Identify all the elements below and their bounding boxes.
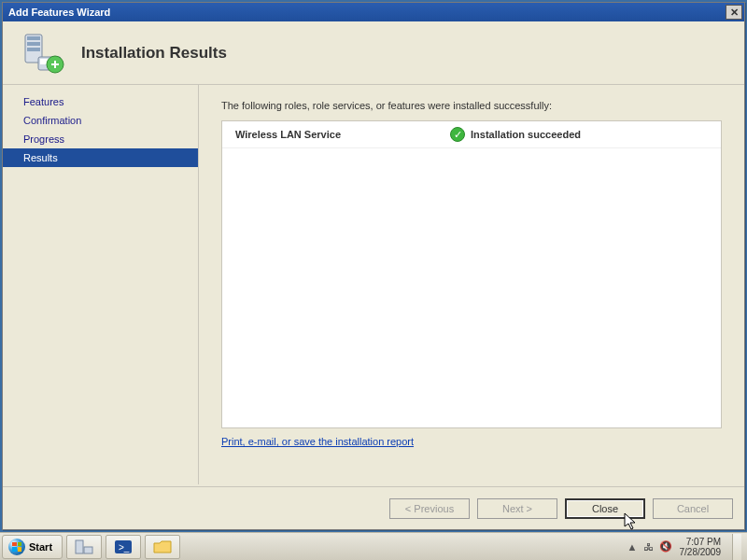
system-tray: ▲ 🖧 🔇 7:07 PM 7/28/2009: [627, 534, 747, 560]
svg-rect-10: [84, 547, 92, 553]
clock-time: 7:07 PM: [680, 537, 722, 547]
taskbar[interactable]: Start >_ ▲ 🖧 🔇 7:07 PM 7/28/2009: [0, 532, 747, 560]
content-area: The following roles, role services, or f…: [199, 85, 744, 484]
windows-logo-icon: [8, 539, 25, 555]
header: Installation Results: [3, 21, 744, 85]
result-feature-name: Wireless LAN Service: [235, 129, 450, 140]
start-button[interactable]: Start: [2, 535, 63, 559]
report-link[interactable]: Print, e-mail, or save the installation …: [221, 436, 414, 447]
taskbar-item-powershell[interactable]: >_: [106, 535, 141, 559]
tray-overflow-icon[interactable]: ▲: [627, 541, 638, 553]
next-button: Next >: [477, 498, 557, 519]
close-icon[interactable]: ✕: [726, 5, 742, 20]
wizard-server-icon: [21, 31, 66, 76]
result-status: Installation succeeded: [471, 129, 581, 140]
window-title: Add Features Wizard: [8, 7, 110, 18]
clock[interactable]: 7:07 PM 7/28/2009: [680, 537, 722, 557]
svg-rect-1: [27, 36, 40, 40]
svg-text:>_: >_: [119, 542, 130, 553]
svg-rect-8: [54, 61, 56, 68]
clock-date: 7/28/2009: [680, 547, 722, 557]
svg-rect-9: [76, 540, 83, 553]
sidebar-item-progress[interactable]: Progress: [3, 130, 198, 148]
svg-rect-3: [27, 48, 40, 51]
volume-icon[interactable]: 🔇: [659, 540, 672, 553]
success-icon: ✓: [450, 127, 465, 142]
result-row: Wireless LAN Service ✓ Installation succ…: [222, 121, 721, 148]
start-label: Start: [29, 541, 52, 553]
taskbar-item-explorer[interactable]: [145, 535, 180, 559]
taskbar-item-server-manager[interactable]: [66, 535, 102, 559]
close-button[interactable]: Close: [565, 498, 645, 519]
footer: < Previous Next > Close Cancel: [3, 486, 744, 529]
network-icon[interactable]: 🖧: [643, 541, 654, 553]
sidebar-item-features[interactable]: Features: [3, 92, 198, 111]
svg-rect-2: [27, 42, 40, 46]
intro-text: The following roles, role services, or f…: [221, 100, 722, 111]
show-desktop-button[interactable]: [732, 534, 741, 560]
sidebar: Features Confirmation Progress Results: [3, 85, 199, 484]
sidebar-item-results[interactable]: Results: [3, 148, 198, 167]
previous-button: < Previous: [389, 498, 470, 519]
page-title: Installation Results: [81, 44, 227, 63]
results-list: Wireless LAN Service ✓ Installation succ…: [221, 120, 722, 428]
sidebar-item-confirmation[interactable]: Confirmation: [3, 111, 198, 130]
wizard-window: Add Features Wizard ✕ Installation Resul…: [2, 2, 745, 530]
titlebar[interactable]: Add Features Wizard ✕: [3, 3, 744, 21]
cancel-button: Cancel: [653, 498, 733, 519]
